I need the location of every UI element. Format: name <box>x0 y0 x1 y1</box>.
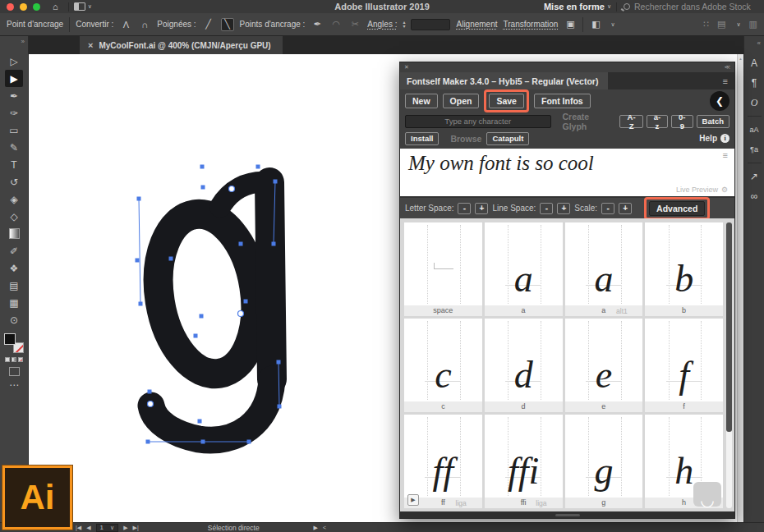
previous-artboard-icon[interactable]: ◀ <box>86 525 90 531</box>
adobe-stock-search-input[interactable] <box>634 2 757 11</box>
home-icon[interactable]: ⌂ <box>53 2 58 11</box>
install-button[interactable]: Install <box>405 132 439 145</box>
document-tab[interactable]: × MyCoolFont.ai @ 400% (CMJN/Aperçu GPU) <box>80 36 283 54</box>
fill-swatch[interactable] <box>4 333 16 345</box>
zoom-window-button[interactable] <box>33 3 40 11</box>
color-button[interactable] <box>5 357 10 362</box>
scroll-left-icon[interactable]: < <box>323 525 326 530</box>
convert-to-corner-icon[interactable]: Λ <box>119 18 132 31</box>
scale-tool[interactable]: ◇ <box>5 208 23 225</box>
connect-path-icon[interactable]: ◠ <box>329 18 343 31</box>
shaper-tool[interactable]: ◈ <box>5 190 23 208</box>
rectangle-tool[interactable]: ▭ <box>5 122 23 139</box>
scale-minus-button[interactable]: - <box>601 203 614 214</box>
letter-space-plus-button[interactable]: + <box>475 203 488 214</box>
save-button[interactable]: Save <box>489 94 524 108</box>
list-view-icon[interactable]: ▥ <box>749 19 757 30</box>
stepper-down-icon[interactable]: ▾ <box>403 25 405 29</box>
create-glyph-button[interactable]: Create Glyph <box>563 112 615 131</box>
last-artboard-icon[interactable]: ▶| <box>133 525 139 531</box>
glyph-cell-b[interactable]: b b <box>645 222 723 316</box>
glyph-cell-a[interactable]: a a <box>485 222 563 316</box>
color-mode-buttons[interactable] <box>5 357 23 362</box>
resize-handle[interactable] <box>555 514 580 516</box>
canvas-vertical-scrollbar[interactable]: ▴ <box>737 54 743 522</box>
glyph-cell-c[interactable]: c c <box>404 319 482 412</box>
gradient-button[interactable] <box>12 357 16 362</box>
advanced-button[interactable]: Advanced <box>649 201 705 216</box>
paragraph-panel-icon[interactable]: ¶ <box>745 75 763 91</box>
show-handles-icon[interactable]: ╲ <box>221 18 234 31</box>
character-panel-icon[interactable]: A <box>745 55 763 71</box>
curvature-tool[interactable]: ✑ <box>5 104 23 122</box>
font-preview-area[interactable]: My own font is so cool ≡ Live Preview ⚙ <box>400 149 734 196</box>
play-icon[interactable]: ▶ <box>407 494 419 506</box>
hide-handles-icon[interactable]: ╱ <box>202 18 215 31</box>
panel-menu-icon[interactable]: ≡ <box>723 76 734 86</box>
letter-space-minus-button[interactable]: - <box>458 203 471 214</box>
glyph-cell-g[interactable]: g g <box>565 415 643 508</box>
none-button[interactable] <box>18 357 23 362</box>
preview-menu-icon[interactable]: ≡ <box>723 150 728 160</box>
dock-options-icon[interactable]: ▤ <box>717 19 725 30</box>
digits-button[interactable]: 0-9 <box>671 115 693 128</box>
fill-stroke-swatches[interactable] <box>4 333 24 353</box>
character-styles-panel-icon[interactable]: aA <box>745 122 763 138</box>
gradient-tool[interactable] <box>5 225 23 242</box>
artboard-tool[interactable]: ▦ <box>5 294 23 311</box>
type-character-input[interactable] <box>405 115 551 128</box>
scale-plus-button[interactable]: + <box>619 203 632 214</box>
tools-panel-overflow[interactable]: » <box>0 36 28 53</box>
shape-builder-icon[interactable]: ◧ <box>589 18 602 31</box>
selection-tool[interactable]: ▷ <box>5 53 23 70</box>
line-space-minus-button[interactable]: - <box>540 203 553 214</box>
glyph-cell-ffi[interactable]: ffi ffi liga <box>485 415 563 508</box>
opentype-panel-icon[interactable]: O <box>745 94 763 111</box>
new-button[interactable]: New <box>405 94 438 108</box>
glyph-grid-scrollbar[interactable] <box>726 222 732 508</box>
batch-button[interactable]: Batch <box>697 115 729 128</box>
browse-button[interactable]: Browse <box>450 134 481 144</box>
scrollbar-thumb[interactable] <box>726 222 732 432</box>
chevron-down-icon[interactable]: ∨ <box>88 3 92 10</box>
close-panel-icon[interactable]: ✕ <box>404 64 409 71</box>
type-tool[interactable]: T <box>5 156 23 173</box>
align-link[interactable]: Alignement <box>456 20 497 29</box>
glyph-cell-a-alt1[interactable]: a a alt1 <box>565 222 643 316</box>
uppercase-button[interactable]: A-Z <box>619 115 643 128</box>
graph-tool[interactable]: ▤ <box>5 277 23 294</box>
info-icon[interactable]: i <box>720 134 729 143</box>
eyedropper-tool[interactable]: ✐ <box>5 242 23 259</box>
links-panel-icon[interactable]: ∞ <box>745 188 763 204</box>
collapse-dock-icon[interactable]: « <box>757 36 764 53</box>
chevron-down-icon[interactable]: ∨ <box>736 21 740 28</box>
glyph-cell-e[interactable]: e e <box>565 319 643 412</box>
help-link[interactable]: Help i <box>699 134 729 143</box>
direct-selection-tool[interactable]: ▶ <box>5 70 23 87</box>
angles-link[interactable]: Angles : <box>367 20 397 29</box>
chevron-down-icon[interactable]: ∨ <box>607 3 611 10</box>
collapse-panel-icon[interactable]: ≪ <box>725 64 730 71</box>
toolbar-more-icon[interactable]: ⋯ <box>5 376 23 393</box>
fontself-tab[interactable]: Fontself Maker 3.4.0 – Hybi5 – Regular (… <box>400 72 608 89</box>
glyph-cell-f[interactable]: f f <box>645 319 723 412</box>
drawing-modes-button[interactable] <box>9 367 20 376</box>
angles-input[interactable] <box>411 19 450 30</box>
catapult-button[interactable]: Catapult <box>486 132 529 145</box>
chat-smiley-icon[interactable]: ◡ <box>693 482 721 507</box>
angles-stepper[interactable]: ▴ ▾ <box>403 21 405 29</box>
next-artboard-icon[interactable]: ▶ <box>123 525 127 531</box>
gear-icon[interactable]: ⚙ <box>721 186 728 194</box>
search-icon[interactable] <box>624 3 630 10</box>
paragraph-styles-panel-icon[interactable]: ¶a <box>745 141 763 158</box>
remove-anchor-icon[interactable]: ✒ <box>311 18 324 31</box>
rotate-tool[interactable]: ↺ <box>5 173 23 190</box>
close-document-icon[interactable]: × <box>88 40 93 50</box>
free-transform-icon[interactable]: ▣ <box>564 18 577 31</box>
pen-tool[interactable]: ✒ <box>5 87 23 104</box>
artboard-number-dropdown[interactable]: 1 ∨ <box>96 524 119 532</box>
paintbrush-tool[interactable]: ✎ <box>5 139 23 156</box>
font-infos-button[interactable]: Font Infos <box>534 94 591 108</box>
open-button[interactable]: Open <box>443 94 480 108</box>
status-expand-icon[interactable]: ▶ <box>314 525 318 531</box>
